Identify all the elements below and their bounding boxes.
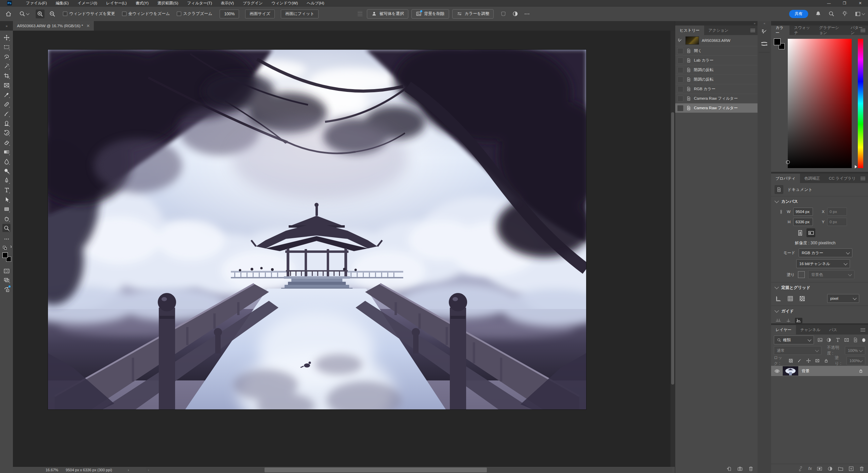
tab-properties[interactable]: プロパティ [771, 174, 800, 183]
tab-cc-libraries[interactable]: CC ライブラリ [824, 174, 860, 183]
guide-layout-icon[interactable] [785, 318, 792, 323]
bit-depth-select[interactable]: 16 bit/チャンネル [796, 259, 850, 268]
menu-file[interactable]: ファイル(F) [21, 0, 51, 6]
blend-mode-select[interactable]: 通常 [774, 346, 821, 355]
canvas-fill-select[interactable]: 背景色 [808, 270, 854, 279]
grid-icon[interactable] [787, 295, 794, 302]
orientation-landscape-button[interactable] [806, 228, 815, 237]
horizontal-scrollbar[interactable]: ‹ [146, 468, 672, 472]
add-layer-mask-icon[interactable] [817, 466, 822, 472]
remove-background-button[interactable]: 背景を削除 [411, 9, 449, 19]
hue-slider-marker[interactable] [855, 165, 857, 168]
document-tab[interactable]: AR503663.ARW @ 16.7% (RGB/16) * ✕ [13, 21, 94, 31]
tab-history[interactable]: ヒストリー [675, 26, 704, 35]
eyedropper-tool[interactable] [2, 91, 11, 99]
layer-filter-type-select[interactable]: 種類 [774, 336, 814, 344]
filter-smart-objects-icon[interactable] [853, 337, 858, 343]
taskbar-grip[interactable] [358, 11, 362, 17]
panel-menu-icon[interactable] [861, 327, 865, 332]
history-snapshot-row[interactable]: AR503663.ARW [675, 35, 758, 46]
type-tool[interactable] [2, 186, 11, 194]
tab-color[interactable]: カラー [771, 26, 789, 35]
select-subject-button[interactable]: 被写体を選択 [367, 9, 408, 19]
guide-layout-icon-active[interactable] [795, 318, 802, 323]
guides-section-header[interactable]: ガイド [771, 306, 868, 316]
history-source-well[interactable] [677, 86, 683, 92]
tab-adjustments[interactable]: 色調補正 [800, 174, 824, 183]
status-popup-chevron-icon[interactable]: › [128, 468, 129, 472]
transform-warp-icon[interactable] [499, 10, 508, 18]
pen-tool[interactable] [2, 176, 11, 184]
tab-actions[interactable]: アクション [704, 26, 733, 35]
move-tool[interactable] [2, 33, 11, 42]
menu-image[interactable]: イメージ(I) [73, 0, 102, 6]
filter-type-layers-icon[interactable] [835, 337, 840, 343]
history-brush-tool[interactable] [2, 129, 11, 137]
lock-move-icon[interactable] [806, 358, 811, 363]
object-selection-tool[interactable] [2, 62, 11, 70]
share-button[interactable]: 共有 [789, 10, 808, 18]
menu-filter[interactable]: フィルター(T) [183, 0, 216, 6]
saturation-brightness-box[interactable] [788, 39, 852, 168]
edit-toolbar-icon[interactable] [2, 235, 11, 243]
eraser-tool[interactable] [2, 138, 11, 146]
scroll-left-icon[interactable]: ‹ [146, 468, 151, 472]
tab-channels[interactable]: チャンネル [796, 325, 825, 335]
hand-tool[interactable] [2, 214, 11, 223]
fx-icon[interactable]: fx [808, 466, 812, 471]
new-snapshot-camera-icon[interactable] [737, 466, 743, 472]
more-options-icon[interactable] [523, 10, 531, 18]
color-selection-ring[interactable] [786, 160, 790, 164]
swap-colors-icon[interactable] [5, 243, 14, 251]
history-state-row[interactable]: 階調の反転 [675, 65, 758, 75]
opacity-value-select[interactable]: 100% [845, 346, 865, 355]
toolbar-expand-icon[interactable]: » [0, 21, 13, 31]
zoom-100-button[interactable]: 100% [220, 10, 239, 18]
orientation-portrait-button[interactable] [796, 228, 804, 237]
close-button[interactable]: ✕ [852, 0, 868, 6]
brush-tool[interactable] [2, 110, 11, 118]
menu-plugins[interactable]: プラグイン [238, 0, 267, 6]
menu-window[interactable]: ウィンドウ(W) [267, 0, 302, 6]
color-fg-bg-swatches[interactable] [774, 38, 787, 52]
foreground-color-swatch[interactable] [774, 38, 781, 45]
fit-screen-size-button[interactable]: 画面サイズ [245, 10, 275, 18]
delete-layer-trash-icon[interactable] [859, 466, 865, 472]
sync-settings-icon[interactable] [2, 285, 11, 293]
panel-menu-icon[interactable] [750, 28, 755, 33]
crop-tool[interactable] [2, 71, 11, 80]
new-adjustment-layer-icon[interactable] [827, 466, 833, 472]
history-source-well[interactable] [677, 48, 683, 54]
expand-dock-icon[interactable]: « [758, 21, 771, 26]
zoom-level-field[interactable]: 16.67% [46, 468, 58, 472]
resize-windows-checkbox[interactable]: ウィンドウサイズを変更 [63, 11, 115, 17]
adjustment-contrast-icon[interactable] [511, 10, 520, 18]
lock-transparency-icon[interactable] [788, 358, 793, 363]
history-source-well[interactable] [677, 58, 683, 64]
layer-thumbnail[interactable] [783, 366, 798, 376]
guide-layout-icon[interactable] [775, 318, 782, 323]
screen-mode-icon[interactable] [2, 276, 11, 284]
restore-button[interactable]: ❐ [837, 0, 852, 6]
fit-on-screen-button[interactable]: 画面にフィット [281, 10, 319, 18]
clone-stamp-tool[interactable] [2, 119, 11, 127]
history-state-row[interactable]: Camera Raw フィルター [675, 94, 758, 103]
workspace-switcher-icon[interactable] [855, 11, 865, 17]
layer-visibility-eye-icon[interactable] [771, 368, 783, 374]
canvas-width-field[interactable] [793, 208, 813, 216]
document-canvas-image[interactable] [48, 50, 586, 409]
new-group-folder-icon[interactable] [838, 466, 844, 472]
foreground-background-swatches[interactable] [2, 252, 12, 263]
layer-fill-value-select[interactable]: 100% [847, 356, 865, 365]
menu-select[interactable]: 選択範囲(S) [153, 0, 183, 6]
new-layer-icon[interactable] [848, 466, 854, 472]
menu-edit[interactable]: 編集(E) [51, 0, 73, 6]
unit-select[interactable]: pixel [827, 294, 859, 303]
adjust-colors-button[interactable]: カラーを調整 [452, 9, 494, 19]
path-selection-tool[interactable] [2, 195, 11, 203]
tab-swatches[interactable]: スウォッチ [789, 26, 815, 35]
history-state-row[interactable]: 開く [675, 46, 758, 55]
history-state-row[interactable]: RGB カラー [675, 84, 758, 94]
transparency-checker-icon[interactable] [799, 295, 805, 302]
hue-slider[interactable] [858, 39, 863, 168]
